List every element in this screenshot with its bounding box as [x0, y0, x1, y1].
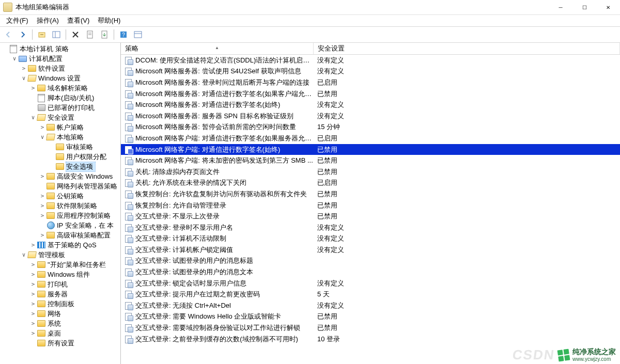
tree-root[interactable]: 本地计算机 策略 [0, 44, 120, 54]
tree-item[interactable]: >桌面 [0, 328, 120, 338]
tree-item[interactable]: 所有设置 [0, 338, 120, 348]
list-row[interactable]: Microsoft 网络客户端: 将未加密的密码发送到第三方 SMB ...已禁… [121, 155, 620, 166]
menu-view[interactable]: 查看(V) [63, 15, 94, 26]
menu-file[interactable]: 文件(F) [2, 15, 33, 26]
list-row[interactable]: 交互式登录: 锁定会话时显示用户信息没有定义 [121, 278, 620, 289]
twisty-icon[interactable]: > [38, 173, 47, 180]
list-row[interactable]: Microsoft 网络服务器: 对通信进行数字签名(如果客户端允许)已禁用 [121, 88, 620, 100]
tree-item[interactable]: >高级审核策略配置 [0, 230, 120, 240]
show-hide-tree-button[interactable] [50, 28, 63, 41]
twisty-icon[interactable]: > [29, 281, 37, 288]
twisty-icon[interactable]: ∨ [20, 75, 28, 82]
tree-item[interactable]: >打印机 [0, 279, 120, 289]
tree-item[interactable]: >应用程序控制策略 [0, 211, 120, 220]
tree-item[interactable]: ∨Windows 设置 [0, 73, 120, 83]
twisty-icon[interactable]: > [38, 193, 47, 199]
help-button[interactable]: ? [117, 28, 130, 41]
list-row[interactable]: 关机: 允许系统在未登录的情况下关闭已启用 [121, 178, 620, 189]
twisty-icon[interactable]: > [38, 124, 47, 131]
tree-item[interactable]: IP 安全策略，在 本 [0, 220, 120, 230]
twisty-icon[interactable]: > [29, 242, 37, 248]
list-row[interactable]: 交互式登录: 不显示上次登录已禁用 [121, 211, 620, 222]
folder-icon [37, 300, 45, 308]
tree-item[interactable]: 安全选项 [0, 162, 120, 171]
tree-item[interactable]: >Windows 组件 [0, 270, 120, 279]
back-button[interactable] [2, 28, 14, 41]
list-row[interactable]: 交互式登录: 试图登录的用户的消息文本 [121, 266, 620, 278]
list-row[interactable]: 交互式登录: 之前登录到缓存的次数(域控制器不可用时)10 登录 [121, 334, 620, 345]
list-row[interactable]: Microsoft 网络客户端: 对通信进行数字签名(如果服务器允许)已启用 [121, 133, 620, 144]
list-row[interactable]: 交互式登录: 计算机帐户锁定阈值没有定义 [121, 244, 620, 256]
export-button[interactable] [98, 28, 111, 41]
column-setting[interactable]: 安全设置 [314, 43, 620, 54]
tree-item[interactable]: 用户权限分配 [0, 152, 120, 162]
close-button[interactable]: ✕ [596, 0, 620, 14]
minimize-button[interactable]: ─ [549, 0, 572, 14]
delete-button[interactable] [69, 28, 82, 41]
twisty-icon[interactable]: > [20, 65, 28, 72]
tree-item[interactable]: >帐户策略 [0, 122, 120, 132]
tree-item[interactable]: >服务器 [0, 289, 120, 299]
tree-item[interactable]: 网络列表管理器策略 [0, 181, 120, 191]
twisty-icon[interactable]: ∨ [29, 114, 37, 121]
list-row[interactable]: 交互式登录: 需要域控制器身份验证以对工作站进行解锁已禁用 [121, 322, 620, 334]
tree-item[interactable]: >系统 [0, 319, 120, 328]
list-row[interactable]: 恢复控制台: 允许软盘复制并访问所有驱动器和所有文件夹已禁用 [121, 188, 620, 200]
list-row[interactable]: 恢复控制台: 允许自动管理登录已禁用 [121, 200, 620, 211]
list-row[interactable]: 交互式登录: 提示用户在过期之前更改密码5 天 [121, 289, 620, 300]
forward-button[interactable] [17, 28, 29, 41]
twisty-icon[interactable]: > [29, 85, 37, 91]
list-row[interactable]: Microsoft 网络服务器: 暂停会话前所需的空闲时间数量15 分钟 [121, 122, 620, 133]
list-row[interactable]: Microsoft 网络服务器: 登录时间过期后断开与客户端的连接已启用 [121, 77, 620, 88]
list-row[interactable]: Microsoft 网络客户端: 对通信进行数字签名(始终)已禁用 [121, 144, 620, 155]
twisty-icon[interactable]: > [29, 300, 37, 307]
tree-item[interactable]: ∨本地策略 [0, 132, 120, 142]
twisty-icon[interactable]: > [29, 310, 37, 317]
menu-action[interactable]: 操作(A) [33, 15, 63, 26]
tree-item[interactable]: ∨管理模板 [0, 250, 120, 260]
twisty-icon[interactable]: ∨ [10, 55, 19, 62]
list-row[interactable]: 交互式登录: 试图登录的用户的消息标题 [121, 256, 620, 267]
maximize-button[interactable]: ☐ [572, 0, 596, 14]
twisty-icon[interactable]: > [29, 320, 37, 327]
column-policy[interactable]: ▲ 策略 [121, 43, 314, 54]
twisty-icon[interactable]: ∨ [20, 251, 28, 258]
tree-item[interactable]: >"开始"菜单和任务栏 [0, 260, 120, 270]
twisty-icon[interactable]: ∨ [38, 134, 47, 140]
up-button[interactable] [36, 28, 48, 41]
twisty-icon[interactable]: > [29, 271, 37, 278]
list-row[interactable]: 交互式登录: 无须按 Ctrl+Alt+Del没有定义 [121, 300, 620, 311]
tree-item[interactable]: >基于策略的 QoS [0, 240, 120, 250]
tree-item[interactable]: >高级安全 Windows [0, 171, 120, 181]
properties-button[interactable] [84, 28, 96, 41]
tree-item[interactable]: 审核策略 [0, 142, 120, 152]
tree-item[interactable]: >网络 [0, 309, 120, 319]
list-row[interactable]: 交互式登录: 需要 Windows Hello 企业版或智能卡已禁用 [121, 311, 620, 323]
tree-item[interactable]: ∨计算机配置 [0, 54, 120, 64]
twisty-icon[interactable]: > [29, 291, 37, 297]
tree-item[interactable]: >控制面板 [0, 299, 120, 309]
twisty-icon[interactable]: > [29, 330, 37, 337]
filter-button[interactable] [132, 28, 144, 41]
tree-item[interactable]: >软件设置 [0, 64, 120, 73]
list-row[interactable]: 交互式登录: 登录时不显示用户名没有定义 [121, 222, 620, 233]
tree-item[interactable]: >公钥策略 [0, 191, 120, 201]
list-row[interactable]: Microsoft 网络服务器: 服务器 SPN 目标名称验证级别没有定义 [121, 110, 620, 122]
list-row[interactable]: Microsoft 网络服务器: 尝试使用 S4U2Self 获取声明信息没有定… [121, 66, 620, 77]
list-pane[interactable]: ▲ 策略 安全设置 DCOM: 使用安全描述符定义语言(SDDL)语法的计算机启… [121, 43, 620, 364]
tree-item[interactable]: ∨安全设置 [0, 113, 120, 122]
menu-help[interactable]: 帮助(H) [94, 15, 125, 26]
twisty-icon[interactable]: > [38, 232, 47, 239]
tree-item[interactable]: 已部署的打印机 [0, 103, 120, 113]
tree-item[interactable]: >域名解析策略 [0, 83, 120, 93]
tree-pane[interactable]: 本地计算机 策略 ∨计算机配置>软件设置∨Windows 设置>域名解析策略 脚… [0, 43, 121, 364]
twisty-icon[interactable]: > [38, 212, 47, 219]
tree-item[interactable]: 脚本(启动/关机) [0, 93, 120, 103]
list-row[interactable]: DCOM: 使用安全描述符定义语言(SDDL)语法的计算机启动...没有定义 [121, 55, 620, 66]
twisty-icon[interactable]: > [38, 202, 47, 209]
list-row[interactable]: 关机: 清除虚拟内存页面文件已禁用 [121, 166, 620, 178]
list-row[interactable]: 交互式登录: 计算机不活动限制没有定义 [121, 233, 620, 245]
twisty-icon[interactable]: > [29, 261, 37, 268]
list-row[interactable]: Microsoft 网络服务器: 对通信进行数字签名(始终)没有定义 [121, 99, 620, 110]
tree-item[interactable]: >软件限制策略 [0, 201, 120, 211]
